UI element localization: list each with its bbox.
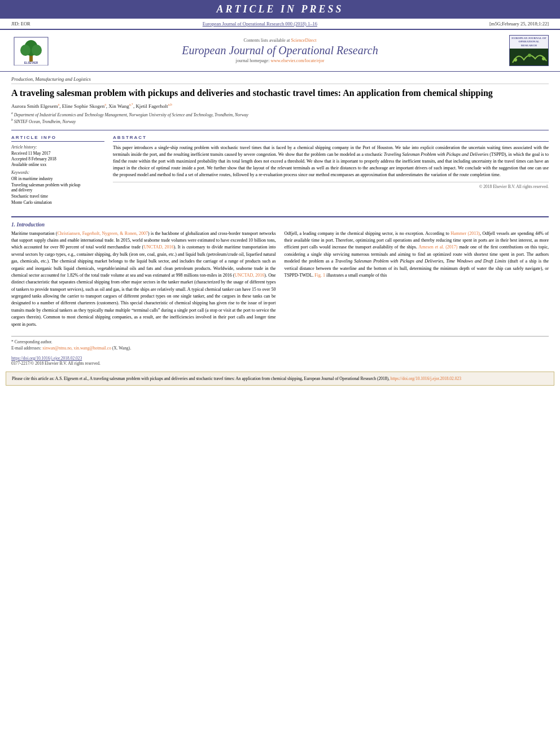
abstract-col: ABSTRACT This paper introduces a single-… bbox=[113, 135, 549, 206]
email-link[interactable]: xinwan@ntnu.no, xin.wang@hotmail.co bbox=[42, 346, 111, 351]
accepted-date: Accepted 8 February 2018 bbox=[11, 156, 104, 161]
keyword-2: Traveling salesman problem with pickupan… bbox=[11, 182, 104, 194]
keywords-label: Keywords: bbox=[11, 170, 104, 175]
intro-para-1: Maritime transportation (Christiansen, F… bbox=[11, 230, 276, 328]
ref-christiansen[interactable]: Christiansen, Fagerholt, Nygreen, & Rone… bbox=[57, 231, 148, 236]
abstract-header: ABSTRACT bbox=[113, 135, 549, 142]
authors: Aurora Smith Elgesema, Eline Sophie Skog… bbox=[11, 103, 549, 109]
svg-point-7 bbox=[514, 58, 517, 62]
doi-link[interactable]: https://doi.org/10.1016/j.ejor.2018.02.0… bbox=[11, 356, 82, 361]
top-meta: JID: EOR European Journal of Operational… bbox=[0, 19, 560, 29]
doi-area: https://doi.org/10.1016/j.ejor.2018.02.0… bbox=[0, 353, 560, 367]
svg-point-8 bbox=[528, 54, 531, 57]
svg-point-9 bbox=[542, 57, 545, 60]
article-category: Production, Manufacturing and Logistics bbox=[11, 76, 549, 84]
jid-label: JID: EOR bbox=[11, 21, 30, 27]
article-info-col: ARTICLE INFO Article history: Received 1… bbox=[11, 135, 104, 206]
affiliation-b: b SINTEF Ocean, Trondheim, Norway bbox=[11, 118, 549, 124]
ejor-logo-text: EUROPEAN JOURNAL OFOPERATIONAL RESEARCH bbox=[510, 36, 548, 49]
ejor-logo: EUROPEAN JOURNAL OFOPERATIONAL RESEARCH bbox=[509, 35, 549, 66]
journal-center: Contents lists available at ScienceDirec… bbox=[56, 38, 504, 63]
corresponding-footnote: * Corresponding author. bbox=[11, 339, 549, 344]
svg-point-3 bbox=[20, 45, 30, 56]
footnote-area: * Corresponding author. E-mail addresses… bbox=[11, 336, 549, 353]
journal-header: ELSEVIER Contents lists available at Sci… bbox=[0, 29, 560, 72]
main-content: Production, Manufacturing and Logistics … bbox=[0, 72, 560, 211]
body-left: 1. Introduction Maritime transportation … bbox=[11, 222, 276, 331]
homepage-link[interactable]: www.elsevier.com/locate/ejor bbox=[270, 58, 324, 63]
abstract-text: This paper introduces a single-ship rout… bbox=[113, 145, 549, 178]
contents-line: Contents lists available at ScienceDirec… bbox=[56, 38, 504, 43]
ref-arnesen[interactable]: Arnesen et al. (2017) bbox=[418, 244, 457, 250]
issn-line: 0377-2217/© 2018 Elsevier B.V. All right… bbox=[11, 361, 549, 366]
article-in-press-banner: ARTICLE IN PRESS bbox=[0, 0, 560, 19]
homepage-line: journal homepage: www.elsevier.com/locat… bbox=[56, 58, 504, 63]
available-online: Available online xxx bbox=[11, 162, 104, 167]
sciencedirect-link[interactable]: ScienceDirect bbox=[291, 38, 317, 43]
date-label: European Journal of Operational Research… bbox=[203, 21, 317, 27]
keyword-4: Monte Carlo simulation bbox=[11, 200, 104, 206]
journal-title: European Journal of Operational Research bbox=[56, 44, 504, 57]
ref-unctad-2016a[interactable]: UNCTAD, 2016 bbox=[143, 244, 173, 250]
affiliation-a: a Department of Industrial Economics and… bbox=[11, 111, 549, 117]
history-label: Article history: bbox=[11, 145, 104, 150]
ref-unctad-2016b[interactable]: UNCTAD, 2016 bbox=[235, 273, 265, 278]
article-info-abstract: ARTICLE INFO Article history: Received 1… bbox=[11, 130, 549, 206]
ref-hammer[interactable]: Hammer (2013) bbox=[450, 231, 480, 236]
citation-text: Please cite this article as: A.S. Elgese… bbox=[12, 376, 390, 381]
keyword-3: Stochastic travel time bbox=[11, 194, 104, 199]
svg-point-4 bbox=[32, 45, 42, 56]
ejor-logo-img bbox=[510, 49, 548, 65]
received-date: Received 11 May 2017 bbox=[11, 151, 104, 156]
section-1-title: 1. Introduction bbox=[11, 222, 276, 228]
citation-doi-link[interactable]: https://doi.org/10.1016/j.ejor.2018.02.0… bbox=[391, 376, 461, 381]
intro-para-right-1: Odfjell, a leading company in the chemic… bbox=[285, 230, 549, 279]
copyright: © 2018 Elsevier B.V. All rights reserved… bbox=[113, 182, 549, 189]
ref-fig1[interactable]: Fig. 1 bbox=[314, 273, 325, 278]
article-info-header: ARTICLE INFO bbox=[11, 135, 104, 142]
article-title: A traveling salesman problem with pickup… bbox=[11, 88, 549, 99]
meta-right: [m5G;February 25, 2018;1:22] bbox=[489, 21, 549, 27]
elsevier-logo: ELSEVIER bbox=[11, 34, 51, 67]
citation-bar: Please cite this article as: A.S. Elgese… bbox=[6, 372, 554, 386]
body-right: Odfjell, a leading company in the chemic… bbox=[285, 222, 549, 331]
keyword-1: OR in maritime industry bbox=[11, 176, 104, 182]
svg-text:ELSEVIER: ELSEVIER bbox=[24, 61, 38, 64]
body-content: 1. Introduction Maritime transportation … bbox=[0, 217, 560, 336]
email-footnote: E-mail addresses: xinwan@ntnu.no, xin.wa… bbox=[11, 346, 549, 351]
